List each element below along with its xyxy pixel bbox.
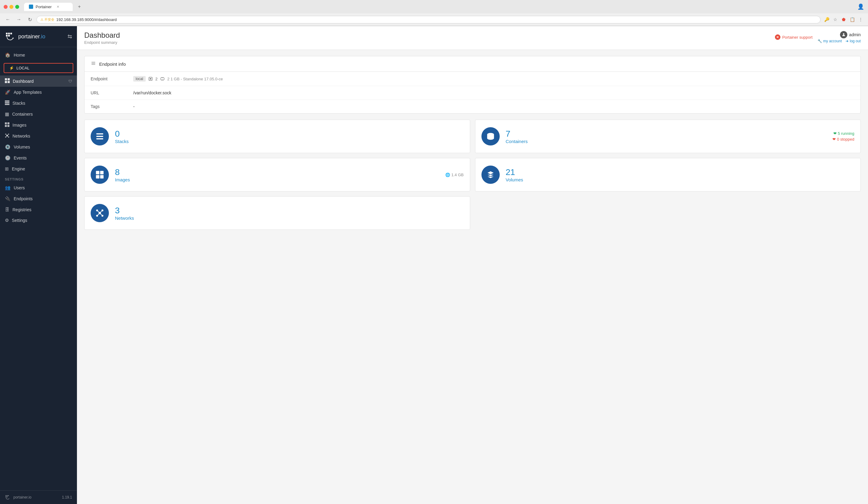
svg-rect-11 — [5, 125, 7, 127]
tab-favicon — [29, 4, 33, 9]
images-icon-circle — [91, 165, 109, 184]
stacks-icon — [5, 100, 9, 106]
svg-rect-32 — [162, 77, 163, 78]
minimize-dot[interactable] — [9, 5, 13, 9]
logo-text: portainer.io — [18, 33, 45, 40]
svg-rect-38 — [96, 136, 103, 137]
sidebar-item-containers[interactable]: ▦ Containers — [0, 109, 77, 120]
sidebar-item-volumes[interactable]: 💿 Volumes — [0, 142, 77, 152]
svg-rect-3 — [8, 35, 10, 37]
my-account-link[interactable]: 🔧 my account — [817, 39, 842, 43]
svg-line-51 — [101, 211, 102, 212]
stacks-info: 0 Stacks — [115, 129, 464, 144]
user-profile-icon[interactable]: 👤 — [857, 3, 864, 10]
users-icon: 👥 — [5, 185, 11, 191]
stats-grid: 0 Stacks 7 Containers — [84, 120, 861, 230]
url-value: /var/run/docker.sock — [133, 90, 171, 95]
security-indicator: ⚠ 不安全 — [40, 17, 54, 22]
images-size-text: 1.4 GB — [451, 173, 464, 177]
volumes-stat-card[interactable]: 21 Volumes — [475, 158, 861, 191]
user-section: admin 🔧 my account ➜ log out — [817, 31, 861, 43]
my-account-label: my account — [823, 39, 842, 43]
reload-button[interactable]: ↻ — [25, 15, 34, 24]
globe-icon: 🌐 — [445, 173, 450, 177]
stacks-icon-circle — [91, 127, 109, 145]
svg-rect-0 — [6, 32, 8, 34]
volumes-icon-circle — [482, 165, 500, 184]
extension1-icon[interactable]: ⬟ — [840, 16, 847, 23]
containers-stopped: ❤ 0 stopped — [833, 137, 854, 142]
svg-rect-6 — [5, 100, 9, 102]
sidebar-item-stacks[interactable]: Stacks — [0, 98, 77, 109]
key-icon[interactable]: 🔑 — [823, 16, 830, 23]
images-extra: 🌐 1.4 GB — [445, 173, 464, 177]
endpoint-panel-icon — [91, 61, 96, 67]
containers-stat-card[interactable]: 7 Containers ❤ 5 running ❤ 0 stopped — [475, 120, 861, 153]
networks-stat-card[interactable]: 3 Networks — [84, 196, 470, 230]
local-endpoint-button[interactable]: ⚡ LOCAL — [4, 63, 73, 73]
svg-rect-41 — [96, 171, 100, 174]
support-link[interactable]: ✕ Portainer support — [775, 34, 813, 40]
sidebar-item-endpoints[interactable]: 🔌 Endpoints — [0, 193, 77, 204]
header-actions: ✕ Portainer support admin 🔧 my account — [775, 31, 861, 43]
maximize-dot[interactable] — [15, 5, 19, 9]
svg-rect-26 — [8, 495, 9, 496]
svg-rect-12 — [7, 125, 9, 127]
volumes-info: 21 Volumes — [506, 168, 855, 182]
sidebar-item-settings[interactable]: ⚙ Settings — [0, 215, 77, 226]
tab-close-icon[interactable]: ✕ — [56, 5, 59, 9]
sidebar-item-dashboard[interactable]: Dashboard 🛡 — [0, 75, 77, 87]
user-name-display: admin — [840, 31, 861, 38]
bookmark-icon[interactable]: ☆ — [831, 16, 839, 23]
endpoint-info-panel: Endpoint info Endpoint local 2 2 1 GB - … — [84, 56, 861, 113]
svg-rect-24 — [7, 495, 8, 496]
svg-rect-36 — [163, 80, 163, 80]
dashboard-icon — [5, 78, 10, 84]
settings-section-header: SETTINGS — [0, 174, 77, 182]
close-dot[interactable] — [4, 5, 8, 9]
volumes-icon: 💿 — [5, 144, 11, 150]
footer-version-text: 1.19.1 — [62, 495, 72, 500]
user-name-text: admin — [849, 32, 861, 37]
svg-point-47 — [102, 209, 103, 211]
images-label: Images — [115, 177, 439, 182]
sidebar-item-users[interactable]: 👥 Users — [0, 182, 77, 193]
sidebar-item-events[interactable]: 🕐 Events — [0, 152, 77, 163]
sidebar-item-label: Home — [14, 53, 25, 58]
sidebar-item-engine[interactable]: ⊞ Engine — [0, 163, 77, 174]
containers-count: 7 — [506, 129, 826, 139]
page-subtitle: Endpoint summary — [84, 40, 120, 45]
dashboard-badge-icon: 🛡 — [69, 79, 72, 83]
svg-rect-33 — [163, 77, 163, 78]
forward-button[interactable]: → — [14, 15, 23, 24]
sidebar-item-networks[interactable]: Networks — [0, 131, 77, 142]
containers-extra: ❤ 5 running ❤ 0 stopped — [833, 131, 854, 142]
images-stat-card[interactable]: 8 Images 🌐 1.4 GB — [84, 158, 470, 191]
images-count: 8 — [115, 168, 439, 177]
svg-point-16 — [5, 137, 7, 138]
endpoint-label: Endpoint — [91, 77, 133, 81]
new-tab-button[interactable]: + — [75, 2, 84, 11]
sidebar-item-app-templates[interactable]: 🚀 App Templates — [0, 87, 77, 98]
sidebar-item-registries[interactable]: 🗄 Registries — [0, 204, 77, 215]
user-links: 🔧 my account ➜ log out — [817, 39, 861, 43]
sidebar-item-label: Images — [12, 123, 27, 128]
menu-icon[interactable]: ⋮ — [857, 16, 864, 23]
sidebar-item-home[interactable]: 🏠 Home — [0, 50, 77, 61]
app: portainer.io ⇆ 🏠 Home ⚡ LOCAL — [0, 26, 868, 504]
sidebar-item-label: Settings — [12, 218, 27, 223]
sidebar-settings-icon[interactable]: ⇆ — [68, 33, 72, 40]
stacks-stat-card[interactable]: 0 Stacks — [84, 120, 470, 153]
svg-rect-30 — [161, 78, 164, 80]
endpoint-name-badge: local — [133, 76, 146, 82]
page-title-area: Dashboard Endpoint summary — [84, 31, 120, 45]
app-templates-icon: 🚀 — [5, 90, 11, 95]
extension2-icon[interactable]: 📋 — [848, 16, 856, 23]
address-bar[interactable]: ⚠ 不安全 192.168.39.185:9000/#/dashboard — [37, 16, 820, 23]
support-icon: ✕ — [775, 34, 781, 40]
sidebar-item-images[interactable]: Images — [0, 120, 77, 131]
back-button[interactable]: ← — [4, 15, 12, 24]
active-tab[interactable]: Portainer ✕ — [24, 3, 73, 11]
log-out-link[interactable]: ➜ log out — [846, 39, 861, 43]
endpoint-info-body: Endpoint local 2 2 1 GB - Standalone 17.… — [84, 72, 860, 113]
